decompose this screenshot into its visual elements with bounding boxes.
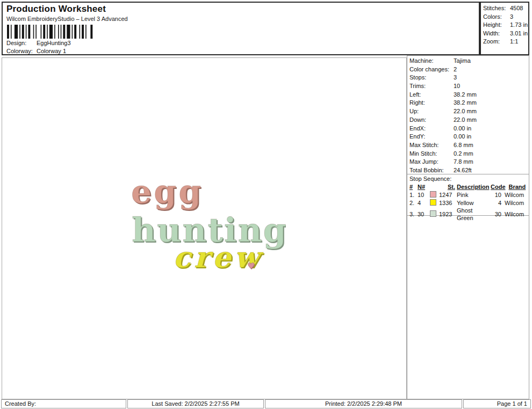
col-stitches: St. — [439, 183, 457, 191]
machine-info-value: 38.2 mm — [454, 91, 529, 100]
summary-label: Width: — [483, 30, 510, 39]
machine-info-value: 0.00 in — [454, 125, 529, 134]
machine-info-label: Min Stitch: — [407, 150, 454, 159]
thread-brand: Wilcom — [502, 191, 527, 199]
design-label: Design: — [6, 40, 37, 46]
summary-label: Height: — [483, 21, 510, 30]
colorway-value: Colorway 1 — [37, 48, 66, 54]
machine-info-value: 38.2 mm — [454, 99, 529, 108]
thread-color-swatch — [430, 210, 436, 217]
thread-color-swatch — [430, 191, 436, 198]
needle-number: 4 — [418, 199, 430, 207]
thread-description: Yellow — [457, 199, 485, 207]
machine-info-value: 3 — [454, 74, 529, 83]
machine-info-value: 6.8 mm — [454, 142, 529, 150]
machine-info-row: Down: 22.0 mm — [407, 116, 529, 125]
production-worksheet-page: Production Worksheet Wilcom EmbroiderySt… — [0, 0, 532, 409]
machine-info-row: Right: 38.2 mm — [407, 99, 529, 108]
summary-value: 1.73 in — [510, 21, 528, 30]
stitch-count: 1923 — [439, 210, 457, 218]
summary-value: 1:1 — [510, 38, 528, 47]
colorway-row: Colorway:Colorway 1 — [6, 48, 66, 54]
stop-sequence-section: Stop Sequence: # N# St. Description Code… — [407, 174, 529, 216]
thread-code: 4 — [485, 199, 502, 207]
footer-created-by: Created By: — [1, 399, 126, 408]
stop-number: 2. — [409, 199, 418, 207]
needle-number: 10 — [418, 191, 430, 199]
machine-info-label: Max Jump: — [407, 158, 454, 167]
col-brand: Brand — [507, 183, 531, 191]
stop-sequence-title: Stop Sequence: — [407, 174, 529, 182]
machine-info-row: Machine: Tajima — [407, 57, 529, 66]
summary-row: Height: 1.73 in — [483, 21, 528, 30]
summary-panel: Stitches: 4508 Colors: 3 Height: 1.73 in… — [480, 2, 529, 55]
embroidery-design: egg egg hunting hunting crew crew ♥ ♥ — [125, 180, 286, 274]
summary-label: Zoom: — [483, 38, 510, 47]
machine-info-list: Machine: Tajima Color changes: 2 Stops: … — [407, 56, 529, 176]
summary-label: Colors: — [483, 13, 510, 22]
machine-info-value: 2 — [454, 66, 529, 75]
svg-text:egg: egg — [131, 180, 203, 210]
stop-sequence-row: 3. 30 1923 Ghost Green 30 Wilcom — [407, 207, 529, 215]
design-value: EggHunting3 — [37, 40, 71, 46]
machine-info-label: EndX: — [407, 125, 454, 134]
col-needle: N# — [418, 183, 430, 191]
stop-number: 1. — [409, 191, 418, 199]
machine-info-row: Stops: 3 — [407, 74, 529, 83]
footer-printed: Printed: 2/2/2025 2:29:48 PM — [265, 399, 462, 408]
summary-row: Width: 3.01 in — [483, 30, 528, 39]
col-number: # — [409, 183, 418, 191]
stop-number: 3. — [409, 210, 418, 218]
machine-info-row: Min Stitch: 0.2 mm — [407, 150, 529, 159]
summary-value: 3.01 in — [510, 30, 528, 39]
thread-code: 30 — [485, 210, 502, 218]
needle-number: 30 — [418, 210, 430, 218]
summary-row: Zoom: 1:1 — [483, 38, 528, 47]
machine-info-value: 10 — [454, 83, 529, 91]
design-word-egg: egg egg — [131, 180, 204, 211]
machine-info-value: 7.8 mm — [454, 158, 529, 167]
stop-sequence-row: 1. 10 1247 Pink 10 Wilcom — [407, 191, 529, 199]
footer-last-saved: Last Saved: 2/2/2025 2:27:55 PM — [127, 399, 264, 408]
barcode — [6, 24, 95, 39]
summary-value: 3 — [510, 13, 528, 22]
stop-sequence-header: # N# St. Description Code Brand — [407, 182, 529, 191]
machine-info-value: 22.0 mm — [454, 116, 529, 125]
stitch-count: 1247 — [439, 191, 457, 199]
machine-info-row: Up: 22.0 mm — [407, 108, 529, 116]
thread-description: Pink — [457, 191, 485, 199]
machine-info-label: Left: — [407, 91, 454, 100]
summary-label: Stitches: — [483, 5, 510, 13]
machine-info-label: Stops: — [407, 74, 454, 83]
app-subtitle: Wilcom EmbroideryStudio – Level 3 Advanc… — [6, 16, 128, 22]
machine-info-label: Down: — [407, 116, 454, 125]
svg-text:♥: ♥ — [247, 261, 255, 271]
stop-sequence-row: 2. 4 1336 Yellow 4 Wilcom — [407, 199, 529, 207]
machine-info-row: Color changes: 2 — [407, 66, 529, 75]
page-title: Production Worksheet — [6, 4, 106, 14]
heart-icon: ♥ ♥ — [247, 261, 255, 272]
machine-info-label: Trims: — [407, 83, 454, 91]
machine-info-value: 22.0 mm — [454, 108, 529, 116]
summary-value: 4508 — [510, 5, 528, 13]
stop-sequence-rows: 1. 10 1247 Pink 10 Wilcom 2. 4 1336 — [407, 191, 529, 216]
col-description: Description — [457, 183, 490, 191]
col-code: Code — [490, 183, 507, 191]
machine-info-row: Trims: 10 — [407, 83, 529, 91]
thread-color-swatch — [430, 199, 436, 206]
thread-description: Ghost Green — [457, 207, 485, 222]
machine-info-value: Tajima — [454, 57, 529, 66]
machine-info-row: Max Stitch: 6.8 mm — [407, 142, 529, 150]
machine-info-label: EndY: — [407, 133, 454, 142]
machine-info-row: EndX: 0.00 in — [407, 125, 529, 134]
machine-info-label: Color changes: — [407, 66, 454, 75]
machine-info-label: Max Stitch: — [407, 142, 454, 150]
machine-info-value: 0.2 mm — [454, 150, 529, 159]
machine-info-label: Up: — [407, 108, 454, 116]
machine-info-panel: Machine: Tajima Color changes: 2 Stops: … — [407, 55, 529, 399]
machine-info-row: Max Jump: 7.8 mm — [407, 158, 529, 167]
design-name-row: Design:EggHunting3 — [6, 40, 71, 46]
thread-code: 10 — [485, 191, 502, 199]
footer-page-number: Page 1 of 1 — [463, 399, 531, 408]
header: Production Worksheet Wilcom EmbroiderySt… — [2, 2, 480, 55]
